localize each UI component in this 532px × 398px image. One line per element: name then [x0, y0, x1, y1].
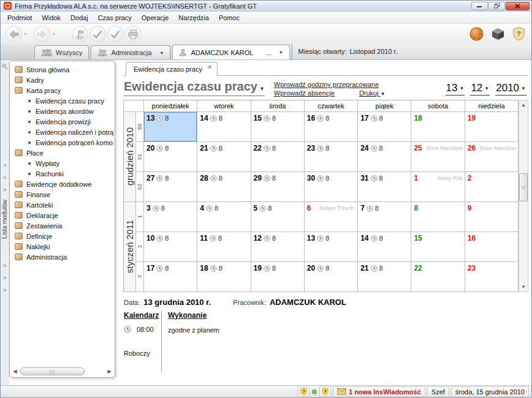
collapsed-chevron-icon[interactable]: >: [3, 263, 6, 269]
collapsed-chevron-icon[interactable]: >: [3, 175, 6, 181]
calendar-day-7[interactable]: 78: [358, 202, 411, 232]
sidebar-item-definicje[interactable]: Definicje: [13, 231, 113, 241]
sidebar-item-ewidencja-prowizji[interactable]: Ewidencja prowizji: [13, 116, 113, 127]
sidebar-item-kadry[interactable]: Kadry: [13, 75, 113, 85]
user-segment[interactable]: Szef: [427, 386, 449, 397]
scroll-right-icon[interactable]: ▶: [105, 369, 113, 374]
collapsed-chevron-icon[interactable]: >: [3, 187, 6, 193]
check-hours-button[interactable]: [89, 26, 106, 42]
calendar-day-13[interactable]: 138: [144, 112, 197, 142]
calendar-day-11[interactable]: 118: [197, 232, 251, 262]
calendar-day-22[interactable]: 228: [251, 142, 305, 172]
calendar-day-14[interactable]: 148: [358, 232, 411, 262]
scroll-thumb[interactable]: ≡: [519, 173, 528, 201]
cube-icon[interactable]: [491, 27, 505, 41]
calendar-day-13[interactable]: 138: [305, 232, 358, 262]
check-absence-button[interactable]: [107, 26, 124, 42]
print-dropdown-caret[interactable]: ▼: [381, 91, 386, 97]
menu-item-czas-pracy[interactable]: Czas pracy: [93, 12, 137, 23]
scroll-track[interactable]: ≡: [519, 110, 528, 282]
calendar-day-31[interactable]: 318: [358, 172, 411, 202]
menu-item-pomoc[interactable]: Pomoc: [214, 12, 245, 23]
sidebar-item-wypłaty[interactable]: Wypłaty: [13, 158, 113, 168]
month-dropdown-caret[interactable]: ▼: [484, 86, 489, 91]
close-button[interactable]: [506, 2, 530, 10]
calendar-day-17[interactable]: 178: [144, 262, 197, 292]
restore-button[interactable]: [488, 2, 505, 10]
calendar-day-1[interactable]: 1Nowy Rok: [411, 172, 465, 202]
calendar-day-18[interactable]: 18: [411, 112, 465, 142]
sidebar-item-kartoteki[interactable]: Kartoteki: [13, 200, 113, 210]
calendar-day-9[interactable]: 9: [465, 202, 519, 232]
page-title[interactable]: Ewidencja czasu pracy▼: [124, 80, 265, 96]
tab-group-administracja[interactable]: Administracja ▼: [91, 45, 170, 59]
scroll-thumb[interactable]: |||: [20, 367, 85, 375]
calendar-day-23[interactable]: 238: [305, 142, 358, 172]
calendar-day-19[interactable]: 19: [465, 112, 519, 142]
calendar-day-18[interactable]: 188: [197, 262, 251, 292]
calendar-day-26[interactable]: 26Boże Narodzen...: [465, 142, 519, 172]
tab-employee-dropdown-caret[interactable]: ▼: [279, 50, 283, 54]
date-picker-month[interactable]: 12▼: [470, 82, 490, 96]
tab-group-dropdown-caret[interactable]: ▼: [159, 51, 164, 55]
sidebar-item-ewidencja-naliczeń-i-potrąceń[interactable]: Ewidencja naliczeń i potrąceń: [13, 127, 113, 137]
forward-button[interactable]: [34, 26, 50, 42]
back-dropdown-caret[interactable]: ▼: [23, 32, 28, 36]
sidebar-item-rachunki[interactable]: Rachunki: [13, 168, 113, 179]
calendar-day-24[interactable]: 248: [358, 142, 411, 172]
sidebar-item-karta-pracy[interactable]: Karta pracy: [13, 85, 113, 96]
scroll-down-icon[interactable]: ▼: [519, 282, 528, 291]
calendar-day-15[interactable]: 158: [251, 112, 305, 142]
help-indicator[interactable]: ?: [298, 386, 310, 397]
calendar-day-29[interactable]: 298: [251, 172, 305, 202]
sidebar-item-ewidencja-akordów[interactable]: Ewidencja akordów: [13, 106, 113, 116]
calendar-day-10[interactable]: 108: [144, 232, 197, 262]
calendar-day-20[interactable]: 208: [144, 142, 197, 172]
sidebar-item-deklaracje[interactable]: Deklaracje: [13, 210, 113, 220]
year-dropdown-caret[interactable]: ▼: [521, 86, 526, 91]
tab-all-employees[interactable]: Wszyscy: [34, 45, 89, 59]
collapsed-chevron-icon[interactable]: >: [3, 288, 6, 293]
menu-item-operacje[interactable]: Operacje: [137, 12, 174, 23]
tab-employee-more[interactable]: ...: [265, 49, 271, 56]
calendar-vertical-scrollbar[interactable]: ▲ ≡ ▼: [519, 100, 528, 292]
sidebar-horizontal-scrollbar[interactable]: ◀ ||| ▶: [11, 366, 113, 376]
scroll-up-icon[interactable]: ▲: [519, 100, 528, 110]
menu-item-narzędzia[interactable]: Narzędzia: [173, 12, 214, 23]
close-tab-icon[interactable]: ✕: [207, 64, 212, 70]
calendar-day-21[interactable]: 218: [197, 142, 251, 172]
pin-icon[interactable]: [1, 63, 8, 71]
calendar-day-25[interactable]: 25Boże Narodzeni...: [411, 142, 465, 172]
scroll-track[interactable]: |||: [19, 367, 105, 375]
minimize-button[interactable]: [471, 2, 488, 10]
date-picker-year[interactable]: 2010▼: [495, 82, 526, 96]
link-enter-worked-hours[interactable]: Wprowadź godziny przepracowane: [274, 81, 386, 88]
sidebar-item-administracja[interactable]: Administracja: [13, 252, 113, 262]
calendar-day-4[interactable]: 48: [197, 202, 251, 232]
messages-segment[interactable]: 1 nowa InsWiadomość: [333, 386, 425, 397]
sidebar-item-finanse[interactable]: Finanse: [13, 189, 113, 200]
calendar-day-22[interactable]: 22: [411, 262, 465, 292]
sidebar-item-ewidencja-potrąceń-komorniczych[interactable]: Ewidencja potrąceń komorniczych: [13, 137, 113, 148]
title-dropdown-caret[interactable]: ▼: [259, 86, 265, 92]
link-enter-absences[interactable]: Wprowadź absencje: [274, 89, 335, 97]
calendar-day-2[interactable]: 2: [465, 172, 519, 202]
help-shield-icon[interactable]: ?: [512, 27, 525, 41]
tab-ewidencja-czasu-pracy[interactable]: Ewidencja czasu pracy ✕: [126, 62, 218, 76]
calendar-day-28[interactable]: 288: [197, 172, 251, 202]
back-button[interactable]: [6, 26, 22, 42]
calendar-day-21[interactable]: 218: [358, 262, 411, 292]
sidebar-item-naklejki[interactable]: Naklejki: [13, 241, 113, 252]
calendar-day-17[interactable]: 178: [358, 112, 411, 142]
sidebar-item-ewidencje-dodatkowe[interactable]: Ewidencje dodatkowe: [13, 179, 113, 189]
calendar-day-23[interactable]: 23: [465, 262, 519, 292]
sidebar-item-płace[interactable]: Płace: [13, 148, 113, 158]
link-print[interactable]: Drukuj ▼: [359, 89, 386, 97]
scroll-left-icon[interactable]: ◀: [11, 369, 19, 374]
help-indicator[interactable]: ?: [319, 386, 331, 397]
new-message-text[interactable]: 1 nowa InsWiadomość: [349, 388, 421, 396]
calendar-day-16[interactable]: 168: [305, 112, 358, 142]
calendar-day-30[interactable]: 308: [305, 172, 358, 202]
globe-icon[interactable]: [469, 27, 484, 41]
calendar-day-12[interactable]: 128: [251, 232, 305, 262]
